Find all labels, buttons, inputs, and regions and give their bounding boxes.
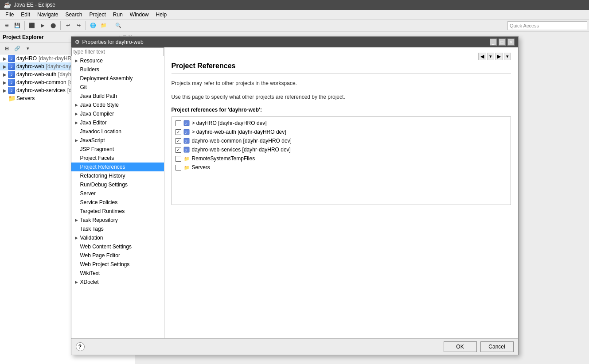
toolbar-btn-8[interactable]: 🔍 <box>113 21 123 31</box>
menu-search[interactable]: Search <box>62 11 86 19</box>
settings-item[interactable]: ▶Validation <box>71 233 164 242</box>
modal-minimize-btn[interactable]: _ <box>490 39 497 46</box>
settings-item[interactable]: Web Content Settings <box>71 242 164 251</box>
checkbox-item[interactable]: J> dayHRO [dayhr-dayHRO dev] <box>174 119 509 128</box>
settings-item-label: Targeted Runtimes <box>80 208 125 214</box>
settings-item-label: Git <box>80 84 87 90</box>
toolbar: ⊕ 💾 ⬛ ▶ ⬤ ↩ ↪ 🌐 📁 🔍 Quick Access <box>0 19 589 32</box>
settings-item-label: Project References <box>80 164 125 170</box>
settings-item[interactable]: ▶Java Editor <box>71 118 164 127</box>
settings-item[interactable]: Git <box>71 83 164 92</box>
settings-item-label: Web Content Settings <box>80 244 132 250</box>
project-icon: J <box>183 137 190 144</box>
nav-forward-btn[interactable]: ▶ <box>495 53 503 60</box>
project-label: > dayhro-web-auth [dayhr-dayHRO dev] <box>192 129 286 135</box>
toolbar-btn-6[interactable]: 🌐 <box>88 21 98 31</box>
toolbar-sep-1 <box>24 21 25 30</box>
settings-item[interactable]: Web Project Settings <box>71 260 164 269</box>
menu-edit[interactable]: Edit <box>17 11 34 19</box>
settings-item-label: Project Facets <box>80 155 114 161</box>
toolbar-sep-2 <box>60 21 61 30</box>
cancel-button[interactable]: Cancel <box>480 341 514 352</box>
project-label: Servers <box>192 164 210 170</box>
project-icon: J <box>183 120 190 127</box>
menu-file[interactable]: File <box>2 11 17 19</box>
settings-item[interactable]: Java Build Path <box>71 92 164 101</box>
project-label: dayhro-web-common [dayhr-dayHRO dev] <box>192 138 292 144</box>
modal-body: ▶Resource Builders Deployment Assembly G… <box>71 47 518 338</box>
folder-icon: 📁 <box>183 155 190 162</box>
svg-text:J: J <box>185 139 187 143</box>
help-button[interactable]: ? <box>76 342 85 351</box>
settings-right-pane: ◀ ▾ ▶ ▾ Project References Projects may … <box>164 47 518 338</box>
checkbox-item[interactable]: 📁RemoteSystemsTempFiles <box>174 154 509 163</box>
checkbox[interactable]: ✓ <box>176 147 181 153</box>
settings-tree: ▶Resource Builders Deployment Assembly G… <box>71 56 164 338</box>
checkbox-item[interactable]: 📁Servers <box>174 163 509 172</box>
modal-overlay: ⚙ Properties for dayhro-web _ □ ✕ ▶Resou… <box>0 32 589 364</box>
settings-item[interactable]: Service Policies <box>71 198 164 207</box>
settings-item[interactable]: Refactoring History <box>71 171 164 180</box>
checkbox[interactable] <box>176 165 181 170</box>
settings-item-label: Resource <box>80 58 103 64</box>
modal-close-btn[interactable]: ✕ <box>507 39 515 46</box>
nav-back-btn[interactable]: ◀ <box>478 53 486 60</box>
right-pane-desc-1: Projects may refer to other projects in … <box>172 79 511 88</box>
toolbar-new-btn[interactable]: ⊕ <box>2 21 12 31</box>
quick-access-field[interactable]: Quick Access <box>507 21 587 30</box>
settings-item-label: Server <box>80 190 96 197</box>
ok-button[interactable]: OK <box>444 341 477 352</box>
settings-item[interactable]: Builders <box>71 65 164 74</box>
modal-maximize-btn[interactable]: □ <box>499 39 506 46</box>
settings-item[interactable]: ▶Java Code Style <box>71 101 164 109</box>
checkbox-item[interactable]: ✓J> dayhro-web-auth [dayhr-dayHRO dev] <box>174 128 509 136</box>
settings-item-label: Task Repository <box>80 217 118 223</box>
nav-dropdown-btn[interactable]: ▾ <box>487 53 494 60</box>
menu-navigate[interactable]: Navigate <box>34 11 62 19</box>
menu-project[interactable]: Project <box>86 11 109 19</box>
project-checkbox-list: J> dayHRO [dayhr-dayHRO dev]✓J> dayhro-w… <box>172 116 511 205</box>
settings-item[interactable]: Javadoc Location <box>71 127 164 136</box>
toolbar-btn-4[interactable]: ↩ <box>63 21 73 31</box>
settings-item[interactable]: ▶Java Compiler <box>71 109 164 118</box>
settings-item[interactable]: Server <box>71 189 164 198</box>
checkbox-item[interactable]: ✓Jdayhro-web-common [dayhr-dayHRO dev] <box>174 136 509 145</box>
svg-text:J: J <box>185 148 187 152</box>
menu-window[interactable]: Window <box>126 11 152 19</box>
menu-run[interactable]: Run <box>109 11 126 19</box>
settings-item[interactable]: Targeted Runtimes <box>71 207 164 216</box>
settings-item[interactable]: ▶Resource <box>71 56 164 65</box>
settings-item[interactable]: ▶JavaScript <box>71 136 164 145</box>
settings-item[interactable]: Project Facets <box>71 154 164 163</box>
settings-item[interactable]: Run/Debug Settings <box>71 180 164 189</box>
settings-item-label: XDoclet <box>80 279 99 285</box>
menu-help[interactable]: Help <box>152 11 171 19</box>
checkbox[interactable] <box>176 120 181 126</box>
settings-item[interactable]: WikiText <box>71 269 164 278</box>
toolbar-btn-2[interactable]: ▶ <box>38 21 47 31</box>
settings-item[interactable]: Web Page Editor <box>71 251 164 260</box>
settings-left-pane: ▶Resource Builders Deployment Assembly G… <box>71 47 164 338</box>
toolbar-btn-1[interactable]: ⬛ <box>27 21 37 31</box>
toolbar-save-btn[interactable]: 💾 <box>12 21 22 31</box>
settings-item-label: Builders <box>80 66 99 73</box>
filter-input[interactable] <box>71 47 164 56</box>
toolbar-btn-5[interactable]: ↪ <box>74 21 83 31</box>
checkbox[interactable]: ✓ <box>176 129 181 135</box>
toolbar-btn-3[interactable]: ⬤ <box>48 21 58 31</box>
modal-icon: ⚙ <box>75 39 80 45</box>
right-pane-title: Project References <box>172 62 511 74</box>
settings-item[interactable]: JSP Fragment <box>71 145 164 154</box>
settings-item[interactable]: Deployment Assembly <box>71 74 164 83</box>
settings-item[interactable]: ▶XDoclet <box>71 278 164 287</box>
settings-item[interactable]: Project References <box>71 163 164 171</box>
settings-item[interactable]: ▶Task Repository <box>71 216 164 225</box>
toolbar-btn-7[interactable]: 📁 <box>99 21 109 31</box>
right-pane-desc-2: Use this page to specify what other proj… <box>172 93 511 101</box>
checkbox-item[interactable]: ✓Jdayhro-web-services [dayhr-dayHRO dev] <box>174 145 509 154</box>
project-label: dayhro-web-services [dayhr-dayHRO dev] <box>192 147 291 153</box>
checkbox[interactable] <box>176 156 181 162</box>
settings-item[interactable]: Task Tags <box>71 225 164 233</box>
nav-forward-dropdown-btn[interactable]: ▾ <box>504 53 511 60</box>
checkbox[interactable]: ✓ <box>176 138 181 144</box>
